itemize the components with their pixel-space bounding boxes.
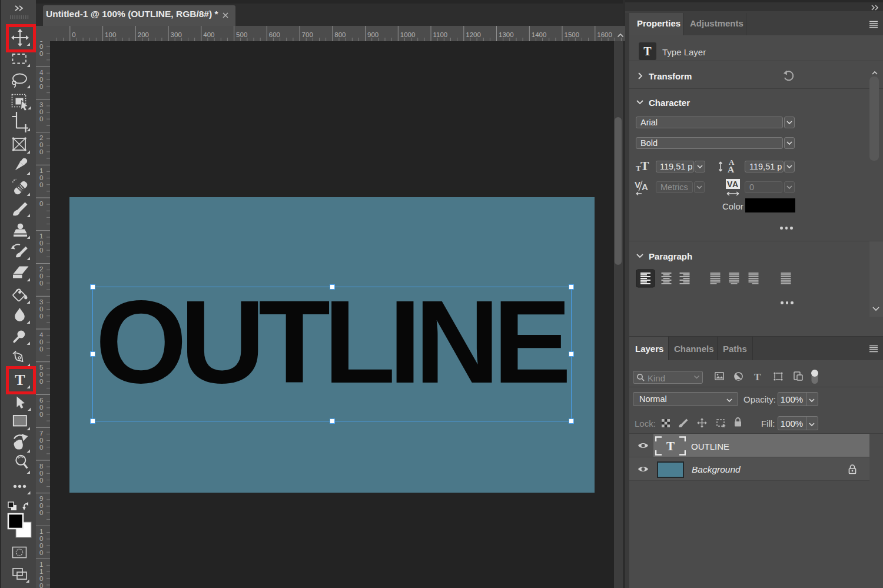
svg-text:100: 100 [105, 31, 116, 38]
svg-text:1: 1 [39, 232, 43, 240]
svg-text:0: 0 [39, 305, 43, 313]
svg-text:3: 3 [39, 298, 43, 305]
svg-text:0: 0 [39, 181, 43, 188]
svg-text:1000: 1000 [400, 31, 416, 38]
svg-text:0: 0 [39, 346, 43, 353]
svg-text:0: 0 [39, 141, 43, 148]
svg-text:1400: 1400 [532, 31, 547, 38]
svg-text:1: 1 [39, 528, 43, 535]
svg-text:A: A [642, 182, 648, 192]
svg-text:0: 0 [39, 535, 43, 542]
svg-text:0: 0 [39, 542, 43, 549]
svg-text:0: 0 [39, 280, 43, 287]
svg-text:0: 0 [39, 313, 43, 320]
svg-text:1: 1 [39, 167, 43, 174]
svg-text:1600: 1600 [597, 31, 612, 38]
svg-text:400: 400 [203, 31, 214, 38]
svg-text:6: 6 [39, 397, 43, 404]
svg-text:900: 900 [367, 31, 379, 38]
svg-text:A: A [732, 180, 738, 189]
svg-text:3: 3 [39, 101, 43, 108]
svg-text:0: 0 [39, 444, 43, 451]
svg-text:0: 0 [39, 502, 43, 509]
svg-text:0: 0 [39, 273, 43, 280]
svg-text:0: 0 [39, 549, 43, 556]
svg-text:800: 800 [334, 31, 346, 38]
svg-text:0: 0 [39, 582, 43, 588]
svg-text:0: 0 [39, 378, 43, 385]
svg-text:0: 0 [39, 411, 43, 418]
svg-text:4: 4 [39, 331, 44, 338]
svg-text:0: 0 [39, 437, 43, 444]
svg-text:0: 0 [39, 404, 43, 411]
svg-text:0: 0 [39, 338, 43, 346]
svg-text:0: 0 [39, 50, 43, 57]
svg-text:1100: 1100 [433, 31, 448, 38]
svg-text:0: 0 [39, 200, 43, 207]
svg-text:600: 600 [269, 31, 280, 38]
svg-text:4: 4 [39, 69, 44, 76]
svg-text:5: 5 [39, 364, 43, 371]
svg-text:0: 0 [39, 240, 43, 247]
svg-text:1500: 1500 [565, 31, 580, 38]
svg-text:0: 0 [39, 174, 43, 181]
svg-text:0: 0 [39, 470, 43, 477]
svg-text:7: 7 [39, 430, 43, 437]
svg-text:0: 0 [72, 31, 75, 38]
svg-text:0: 0 [39, 371, 43, 378]
svg-text:200: 200 [138, 31, 149, 38]
svg-text:0: 0 [39, 43, 43, 50]
svg-text:0: 0 [39, 115, 43, 122]
svg-text:2: 2 [39, 134, 43, 141]
svg-text:A: A [728, 164, 735, 174]
svg-text:500: 500 [236, 31, 247, 38]
svg-text:700: 700 [302, 31, 313, 38]
svg-text:300: 300 [171, 31, 182, 38]
svg-text:1200: 1200 [466, 31, 481, 38]
svg-text:1: 1 [39, 568, 43, 575]
svg-text:0: 0 [39, 83, 43, 90]
svg-text:9: 9 [39, 495, 43, 502]
svg-text:0: 0 [39, 76, 43, 83]
svg-text:0: 0 [39, 247, 43, 254]
svg-text:0: 0 [39, 148, 43, 155]
svg-text:T: T [666, 439, 675, 453]
svg-text:0: 0 [39, 575, 43, 582]
svg-text:0: 0 [39, 509, 43, 516]
svg-text:1: 1 [39, 561, 43, 568]
svg-text:1300: 1300 [499, 31, 514, 38]
svg-text:8: 8 [39, 463, 43, 470]
svg-text:0: 0 [39, 108, 43, 115]
svg-text:2: 2 [39, 265, 43, 273]
svg-text:0: 0 [39, 477, 43, 484]
